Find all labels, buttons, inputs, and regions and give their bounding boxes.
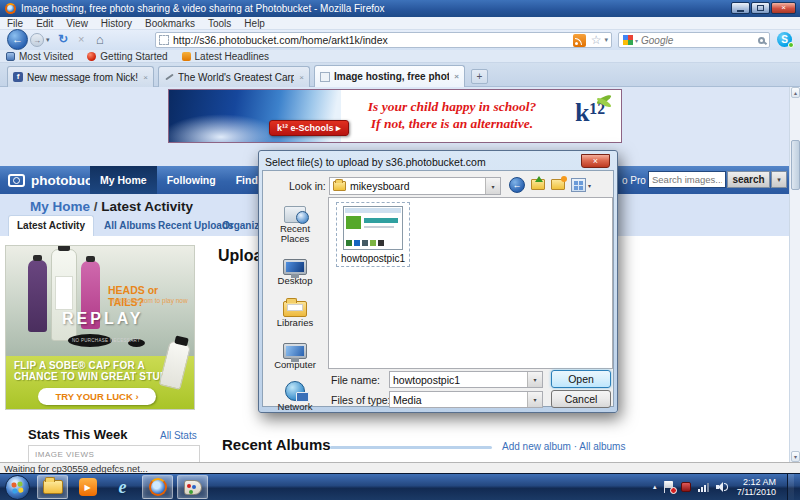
- combo-dropdown-icon[interactable]: ▾: [527, 392, 542, 407]
- breadcrumb-my-home[interactable]: My Home: [30, 199, 90, 214]
- page-scrollbar[interactable]: ▴ ▾: [789, 87, 800, 462]
- taskbar-media-player[interactable]: ▶: [72, 475, 103, 499]
- network-signal-icon[interactable]: [698, 483, 709, 492]
- address-bar[interactable]: ☆ ▾: [155, 32, 612, 48]
- file-upload-dialog[interactable]: Select file(s) to upload by s36.photobuc…: [258, 150, 618, 413]
- home-button[interactable]: ⌂: [96, 32, 104, 47]
- windows-flag-icon: [11, 481, 25, 495]
- sobe-ad[interactable]: HEADS or TAILS? visit SoBe.com to play n…: [5, 245, 195, 410]
- stop-button[interactable]: ×: [78, 33, 84, 45]
- new-folder-icon[interactable]: [551, 179, 565, 190]
- combo-dropdown-icon[interactable]: ▾: [485, 178, 500, 194]
- view-menu-dropdown-icon[interactable]: ▾: [588, 182, 591, 189]
- tab-close-icon[interactable]: ×: [299, 73, 304, 82]
- desktop-icon: [283, 259, 307, 275]
- tab-close-icon[interactable]: ×: [143, 73, 148, 82]
- search-options-dropdown[interactable]: ▾: [771, 171, 787, 188]
- sobe-green-band: FLIP A SOBE® CAP FOR A CHANCE TO WIN GRE…: [6, 356, 194, 409]
- menu-view[interactable]: View: [66, 18, 88, 29]
- search-box[interactable]: ▾: [618, 32, 770, 48]
- place-libraries[interactable]: Libraries: [265, 293, 325, 328]
- image-search-input[interactable]: [648, 171, 726, 188]
- bookmark-star-icon[interactable]: ☆: [591, 33, 602, 47]
- tab-photobucket[interactable]: Image hosting, free photo sharin... ×: [314, 65, 465, 87]
- taskbar-internet-explorer[interactable]: e: [107, 475, 138, 499]
- image-search-button[interactable]: search: [727, 171, 770, 188]
- taskbar-explorer[interactable]: [37, 475, 68, 499]
- tray-expand-icon[interactable]: ▴: [653, 483, 657, 491]
- bookmark-most-visited[interactable]: Most Visited: [6, 51, 73, 62]
- view-menu-icon[interactable]: [571, 178, 586, 192]
- taskbar-paint[interactable]: [177, 475, 208, 499]
- new-tab-button[interactable]: +: [471, 69, 488, 84]
- engine-dropdown-icon[interactable]: ▾: [635, 37, 638, 44]
- menu-bar: File Edit View History Bookmarks Tools H…: [0, 17, 800, 30]
- file-type-combobox[interactable]: Media ▾: [389, 391, 543, 408]
- taskbar-firefox[interactable]: [142, 475, 173, 499]
- scroll-down-icon[interactable]: ▾: [791, 451, 800, 462]
- file-list[interactable]: howtopostpic1: [328, 197, 613, 369]
- scroll-up-icon[interactable]: ▴: [791, 87, 800, 98]
- action-center-icon[interactable]: [664, 481, 674, 493]
- dialog-back-button[interactable]: ←: [509, 177, 525, 193]
- banner-ad[interactable]: k¹² e-Schools ▸ Is your child happy in s…: [168, 89, 622, 143]
- show-desktop-button[interactable]: [787, 474, 794, 500]
- tab-carpet[interactable]: The World's Greatest Carpet Cleani... ×: [158, 66, 310, 87]
- places-bar: Recent Places Desktop Libraries Computer…: [265, 199, 325, 419]
- web-search-input[interactable]: [641, 35, 758, 46]
- tab-facebook[interactable]: f New message from Nick! ×: [7, 66, 154, 87]
- skype-icon[interactable]: S: [777, 32, 792, 47]
- file-item-howtopostpic1[interactable]: howtopostpic1: [336, 202, 410, 267]
- bookmark-getting-started[interactable]: Getting Started: [87, 51, 167, 62]
- look-in-label: Look in:: [289, 180, 326, 192]
- google-icon: [623, 35, 633, 45]
- combo-dropdown-icon[interactable]: ▾: [527, 372, 542, 387]
- close-button[interactable]: ×: [771, 2, 796, 14]
- try-your-luck-button[interactable]: TRY YOUR LUCK ›: [38, 388, 156, 405]
- getting-started-icon: [87, 52, 96, 61]
- antivirus-icon[interactable]: [681, 482, 691, 492]
- place-desktop[interactable]: Desktop: [265, 251, 325, 286]
- search-magnifier-icon[interactable]: [758, 37, 765, 44]
- history-dropdown-icon[interactable]: ▾: [46, 36, 50, 44]
- menu-help[interactable]: Help: [244, 18, 265, 29]
- nav-my-home[interactable]: My Home: [90, 166, 157, 194]
- back-button[interactable]: ←: [7, 29, 28, 50]
- banner-eschools-button[interactable]: k¹² e-Schools ▸: [269, 120, 349, 136]
- up-one-level-icon[interactable]: [531, 179, 545, 190]
- menu-file[interactable]: File: [7, 18, 23, 29]
- menu-bookmarks[interactable]: Bookmarks: [145, 18, 195, 29]
- place-computer[interactable]: Computer: [265, 335, 325, 370]
- dialog-close-button[interactable]: ×: [581, 154, 610, 168]
- go-pro-link[interactable]: o Pro: [622, 175, 646, 186]
- menu-edit[interactable]: Edit: [36, 18, 53, 29]
- maximize-button[interactable]: [751, 2, 770, 14]
- rss-icon[interactable]: [573, 34, 586, 47]
- open-button[interactable]: Open: [551, 370, 611, 388]
- minimize-button[interactable]: [731, 2, 750, 14]
- start-button[interactable]: [5, 475, 30, 500]
- refresh-button[interactable]: ↻: [58, 32, 68, 46]
- file-name-combobox[interactable]: howtopostpic1 ▾: [389, 371, 543, 388]
- look-in-combobox[interactable]: mikeysboard ▾: [329, 177, 501, 195]
- albums-links[interactable]: Add new album · All albums: [502, 441, 625, 452]
- scrollbar-thumb[interactable]: [791, 140, 800, 190]
- tab-latest-activity[interactable]: Latest Activity: [8, 215, 94, 236]
- tab-close-icon[interactable]: ×: [454, 72, 459, 81]
- address-input[interactable]: [173, 34, 573, 46]
- cancel-button[interactable]: Cancel: [551, 390, 611, 408]
- libraries-icon: [283, 301, 307, 317]
- menu-history[interactable]: History: [101, 18, 132, 29]
- menu-tools[interactable]: Tools: [208, 18, 231, 29]
- place-recent-places[interactable]: Recent Places: [265, 199, 325, 244]
- window-titlebar[interactable]: Image hosting, free photo sharing & vide…: [0, 0, 800, 17]
- nav-following[interactable]: Following: [157, 166, 226, 194]
- all-stats-link[interactable]: All Stats: [160, 430, 197, 441]
- bookmark-latest-headlines[interactable]: Latest Headlines: [182, 51, 270, 62]
- taskbar-clock[interactable]: 2:12 AM 7/11/2010: [735, 477, 776, 497]
- sobe-subline: visit SoBe.com to play now: [110, 297, 188, 304]
- volume-icon[interactable]: [716, 482, 728, 492]
- url-dropdown-icon[interactable]: ▾: [604, 36, 608, 44]
- place-network[interactable]: Network: [265, 377, 325, 412]
- forward-button[interactable]: →: [30, 33, 44, 47]
